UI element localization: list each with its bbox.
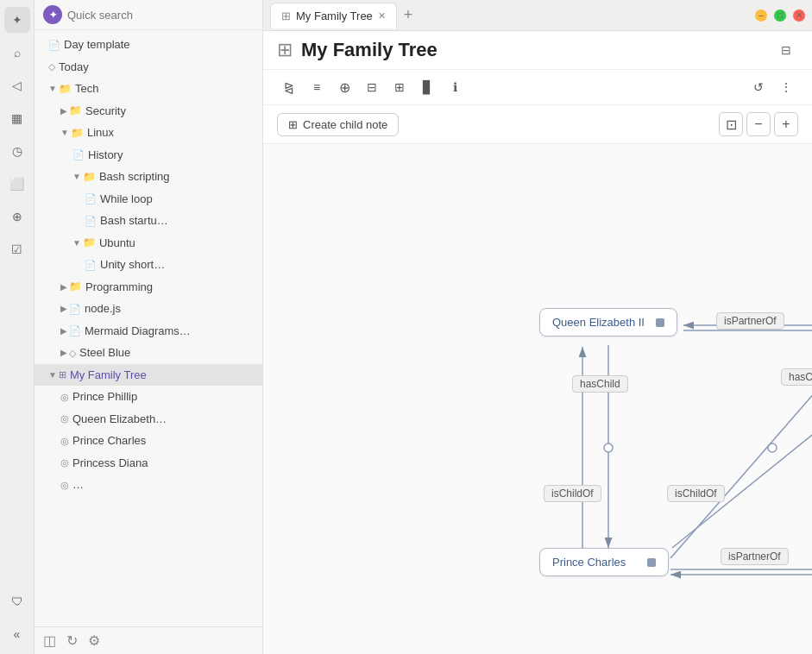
chevron-down-icon[interactable]: ▼ [48, 368, 57, 381]
map-icon[interactable]: ▦ [4, 105, 30, 131]
add-icon[interactable]: ⊕ [4, 204, 30, 230]
note-map-icon: ⊞ [277, 39, 293, 61]
reload-icon[interactable]: ↻ [66, 632, 78, 649]
tab-my-family-tree[interactable]: ⊞ My Family Tree ✕ [270, 3, 397, 28]
sidebar-item-steel-blue[interactable]: ▶ ◇ Steel Blue [35, 342, 262, 364]
sidebar-item-today[interactable]: ◇ Today [35, 56, 262, 79]
search-bar: ✦ [35, 0, 262, 30]
app-logo: ✦ [43, 5, 62, 24]
add-tab-button[interactable]: + [404, 6, 413, 24]
sidebar-item-my-family-tree[interactable]: ▼ ⊞ My Family Tree [35, 364, 262, 387]
sidebar-item-princess-diana[interactable]: ◎ Princess Diana [35, 452, 262, 475]
chevron-down-icon[interactable]: ▼ [48, 82, 57, 95]
shield-icon[interactable]: 🛡 [4, 588, 30, 614]
folder-icon: 📁 [71, 125, 84, 141]
fit-view-button[interactable]: ⊡ [719, 112, 743, 136]
node-queen-elizabeth[interactable]: Queen Elizabeth II [539, 308, 677, 336]
list-add-button[interactable]: ⊕ [332, 75, 356, 99]
zoom-in-button[interactable]: + [774, 112, 798, 136]
sidebar-item-while-loop[interactable]: 📄 While loop [35, 188, 262, 211]
note-title-row: ⊞ My Family Tree [277, 39, 774, 61]
map-toolbar-button[interactable]: ⊞ [387, 75, 412, 99]
queen-elizabeth-label: Queen Elizabeth II [552, 316, 645, 329]
maximize-button[interactable]: □ [774, 9, 786, 22]
file-icon: 📄 [85, 214, 97, 229]
window-controls: – □ ✕ [755, 9, 805, 22]
close-button[interactable]: ✕ [793, 9, 805, 22]
sidebar-item-bash-scripting[interactable]: ▼ 📁 Bash scripting [35, 166, 262, 188]
edge-label-ispartnerof-top: isPartnerOf [716, 312, 784, 330]
home-icon[interactable]: ✦ [4, 7, 30, 33]
check-icon[interactable]: ☑ [4, 236, 30, 262]
svg-line-6 [672, 345, 812, 548]
node-prince-charles[interactable]: Prince Charles [539, 548, 669, 576]
sidebar-item-queen-elizabeth[interactable]: ◎ Queen Elizabeth… [35, 408, 262, 431]
lines-button[interactable]: ≡ [305, 75, 329, 99]
clock-icon[interactable]: ◷ [4, 138, 30, 164]
sidebar-item-linux[interactable]: ▼ 📁 Linux [35, 122, 262, 144]
info-button[interactable]: ℹ [443, 75, 467, 99]
chevron-right-icon[interactable]: ▶ [60, 346, 67, 359]
code-icon: ◇ [69, 346, 76, 361]
sidebar-item-nodejs[interactable]: ▶ 📄 node.js [35, 298, 262, 320]
sidebar-bottom-bar: ◫ ↻ ⚙ [35, 626, 262, 654]
svg-point-7 [768, 443, 777, 452]
sidebar-item-mermaid[interactable]: ▶ 📄 Mermaid Diagrams… [35, 320, 262, 343]
file-icon: 📄 [72, 148, 85, 162]
prince-charles-label: Prince Charles [552, 556, 626, 569]
chevron-right-icon[interactable]: ▶ [60, 302, 67, 315]
chevron-right-icon[interactable]: ▶ [60, 280, 67, 293]
sidebar-item-day-template[interactable]: 📄 Day template [35, 34, 262, 56]
sidebar-item-unity-shortcuts[interactable]: 📄 Unity short… [35, 254, 262, 276]
tab-close-icon[interactable]: ✕ [378, 10, 386, 22]
settings-bottom-icon[interactable]: ⚙ [88, 632, 100, 649]
graph-canvas[interactable]: Queen Elizabeth II Prince Phillip Prince… [263, 144, 812, 654]
chart-button[interactable]: ▊ [415, 75, 439, 99]
sliders-button[interactable]: ⧎ [277, 75, 301, 99]
map-icon: ⊞ [59, 368, 66, 382]
folder-icon: 📁 [83, 235, 96, 250]
sidebar-item-programming[interactable]: ▶ 📁 Programming [35, 276, 262, 299]
sidebar-tree: 📄 Day template ◇ Today ▼ 📁 Tech ▶ 📁 Secu… [35, 30, 262, 626]
toggle-sidebar-button[interactable]: ⊟ [774, 38, 798, 62]
relation-icon: ◎ [60, 478, 69, 493]
layers-icon[interactable]: ◫ [43, 632, 56, 649]
relation-icon: ◎ [60, 412, 69, 426]
folder-icon: 📁 [83, 169, 96, 185]
search-input[interactable] [67, 9, 254, 22]
minimize-button[interactable]: – [755, 9, 767, 22]
table-button[interactable]: ⊟ [360, 75, 384, 99]
folder-icon: 📁 [69, 279, 82, 294]
chevron-down-icon[interactable]: ▼ [72, 170, 81, 183]
sidebar-item-more[interactable]: ◎ … [35, 474, 262, 496]
chevron-down-icon[interactable]: ▼ [60, 126, 69, 139]
sidebar-item-bash-startup[interactable]: 📄 Bash startu… [35, 210, 262, 232]
tab-bar: ⊞ My Family Tree ✕ + – □ ✕ [263, 0, 812, 31]
zoom-out-button[interactable]: − [746, 112, 771, 136]
sidebar-item-prince-charles[interactable]: ◎ Prince Charles [35, 430, 262, 452]
search-left-icon[interactable]: ⌕ [4, 40, 30, 66]
tab-map-icon: ⊞ [281, 9, 291, 22]
sidebar-item-prince-phillip[interactable]: ◎ Prince Phillip [35, 386, 262, 408]
more-button[interactable]: ⋮ [774, 75, 798, 99]
history-button[interactable]: ↺ [746, 75, 771, 99]
folder-icon: 📁 [69, 103, 82, 118]
relation-icon: ◎ [60, 434, 69, 449]
sidebar-item-history[interactable]: 📄 History [35, 144, 262, 167]
graph-edges-svg [263, 144, 812, 654]
toolbar: ⧎ ≡ ⊕ ⊟ ⊞ ▊ ℹ ↺ ⋮ [263, 70, 812, 105]
relation-icon: ◎ [60, 390, 69, 405]
file-icon: 📄 [85, 192, 97, 206]
sidebar-item-ubuntu[interactable]: ▼ 📁 Ubuntu [35, 232, 262, 255]
node-handle [647, 558, 656, 567]
node-handle [656, 318, 664, 327]
chevron-right-icon[interactable]: ▶ [60, 324, 67, 337]
sidebar-item-security[interactable]: ▶ 📁 Security [35, 100, 262, 123]
calendar-icon[interactable]: ⬜ [4, 171, 30, 197]
chevron-down-icon[interactable]: ▼ [72, 236, 81, 249]
collapse-sidebar-icon[interactable]: « [4, 621, 30, 647]
sidebar-item-tech[interactable]: ▼ 📁 Tech [35, 78, 262, 100]
bookmark-icon[interactable]: ◁ [4, 72, 30, 98]
create-child-button[interactable]: ⊞ Create child note [277, 113, 399, 136]
chevron-right-icon[interactable]: ▶ [60, 104, 67, 117]
